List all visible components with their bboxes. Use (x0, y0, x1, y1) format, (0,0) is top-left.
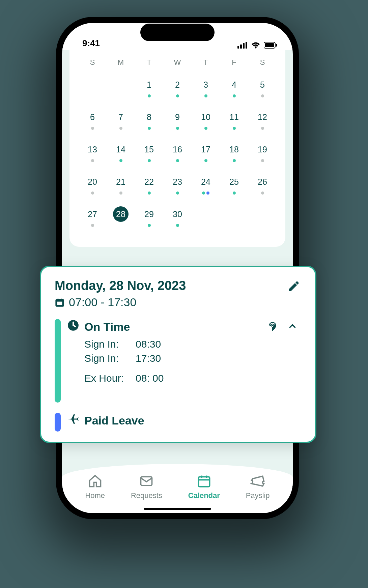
day-number: 7 (113, 109, 129, 125)
calendar-day[interactable]: 16 (163, 136, 192, 169)
day-dots (233, 94, 236, 98)
day-dots (261, 94, 264, 98)
calendar-day[interactable]: 26 (248, 169, 277, 201)
entry-body: Paid Leave (67, 413, 302, 432)
event-dot (91, 127, 94, 130)
calendar-day[interactable]: 22 (135, 169, 163, 201)
calendar-week-row: 27282930 (78, 201, 277, 233)
event-dot (202, 192, 205, 195)
day-number: 15 (141, 142, 157, 157)
svg-rect-2 (243, 43, 245, 49)
day-dots (233, 127, 236, 130)
edit-button[interactable] (285, 278, 302, 296)
calendar-day[interactable]: 1 (135, 71, 163, 104)
entry-color-bar (55, 319, 61, 403)
day-dots (261, 192, 264, 195)
day-dots (91, 192, 94, 195)
calendar-day[interactable]: 23 (163, 169, 192, 201)
calendar-day[interactable]: 29 (135, 201, 163, 233)
clock-icon (67, 319, 80, 334)
calendar-day[interactable]: 14 (107, 136, 135, 169)
chevron-up-icon[interactable] (287, 321, 298, 332)
day-dots (176, 224, 179, 227)
calendar-icon (197, 474, 211, 491)
event-dot (204, 159, 207, 162)
event-dot (91, 224, 94, 227)
day-number: 30 (170, 206, 185, 222)
nav-label: Payslip (246, 491, 270, 500)
calendar-empty (220, 201, 248, 233)
entry-row-label: Sign In: (84, 339, 132, 350)
entry-row-value: 08:30 (136, 339, 161, 350)
entry-title: Paid Leave (67, 413, 144, 428)
day-number: 5 (255, 77, 270, 92)
calendar-day[interactable]: 20 (78, 169, 107, 201)
home-icon (88, 474, 103, 491)
calendar-day[interactable]: 30 (163, 201, 192, 233)
calendar-day[interactable]: 17 (192, 136, 220, 169)
nav-home[interactable]: Home (85, 474, 105, 500)
day-dots (233, 192, 236, 195)
event-dot (176, 224, 179, 227)
calendar-day[interactable]: 4 (220, 71, 248, 104)
nav-ticket[interactable]: Payslip (246, 474, 270, 500)
svg-rect-8 (198, 477, 209, 487)
calendar-day[interactable]: 2 (163, 71, 192, 104)
calendar-week-row: 13141516171819 (78, 136, 277, 169)
pencil-icon (287, 281, 300, 293)
calendar-day[interactable]: 19 (248, 136, 277, 169)
ticket-icon (250, 474, 265, 491)
nav-mail[interactable]: Requests (131, 474, 162, 500)
day-number: 24 (198, 174, 214, 189)
calendar-week-row: 12345 (78, 71, 277, 104)
calendar-grid: 1234567891011121314151617181920212223242… (78, 71, 277, 233)
calendar-day[interactable]: 25 (220, 169, 248, 201)
entry-row-label: Sign In: (84, 353, 132, 364)
event-dot (91, 192, 94, 195)
home-indicator (144, 508, 211, 510)
calendar-day[interactable]: 24 (192, 169, 220, 201)
calendar-day[interactable]: 21 (107, 169, 135, 201)
calendar-day[interactable]: 11 (220, 104, 248, 136)
calendar-day[interactable]: 9 (163, 104, 192, 136)
day-number: 10 (198, 109, 214, 125)
day-dots (176, 94, 179, 98)
calendar-day[interactable]: 12 (248, 104, 277, 136)
entry-title: On Time (67, 319, 130, 334)
calendar-day[interactable]: 8 (135, 104, 163, 136)
svg-rect-5 (265, 43, 274, 47)
day-number: 21 (113, 174, 129, 189)
event-dot (148, 224, 151, 227)
event-dot (206, 192, 209, 195)
day-dots (233, 159, 236, 163)
calendar-day[interactable]: 27 (78, 201, 107, 233)
event-dot (119, 192, 122, 195)
calendar-day[interactable]: 10 (192, 104, 220, 136)
nav-calendar[interactable]: Calendar (188, 474, 220, 500)
nav-label: Home (85, 491, 105, 500)
status-icons (237, 42, 277, 49)
calendar-day[interactable]: 15 (135, 136, 163, 169)
day-number: 16 (170, 142, 185, 157)
day-dots (148, 127, 151, 130)
day-dots (176, 127, 179, 130)
day-number: 27 (85, 206, 100, 222)
calendar-empty (248, 201, 277, 233)
calendar-day[interactable]: 6 (78, 104, 107, 136)
day-number: 3 (198, 77, 214, 92)
day-number: 12 (255, 109, 270, 125)
entry-color-bar (55, 413, 61, 432)
event-dot (119, 159, 122, 162)
calendar-week-row: 6789101112 (78, 104, 277, 136)
calendar-day[interactable]: 7 (107, 104, 135, 136)
event-dot (261, 127, 264, 130)
day-dots (204, 94, 207, 98)
event-dot (233, 192, 236, 195)
calendar-day[interactable]: 18 (220, 136, 248, 169)
calendar-day[interactable]: 5 (248, 71, 277, 104)
calendar-week-row: 20212223242526 (78, 169, 277, 201)
calendar-day[interactable]: 3 (192, 71, 220, 104)
calendar-day[interactable]: 28 (107, 201, 135, 233)
calendar-day[interactable]: 13 (78, 136, 107, 169)
fingerprint-icon[interactable] (266, 320, 279, 333)
